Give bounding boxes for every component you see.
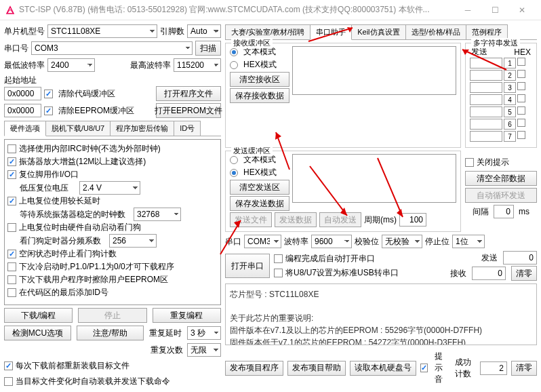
maximize-button[interactable]: ☐	[481, 1, 508, 20]
helper-port-select[interactable]: COM3	[244, 235, 281, 248]
rx-text-radio[interactable]	[230, 48, 238, 56]
auto-send-button[interactable]: 自动发送	[319, 212, 361, 227]
serial-port-select[interactable]: COM3	[31, 41, 193, 55]
repeat-program-button[interactable]: 重复编程	[153, 308, 221, 323]
repeat-delay-select[interactable]: 3 秒	[187, 326, 221, 340]
detect-mcu-button[interactable]: 检测MCU选项	[4, 326, 71, 340]
tab-hardware[interactable]: 硬件选项	[4, 121, 46, 136]
multi-send-text-4[interactable]	[470, 94, 502, 105]
download-button[interactable]: 下载/编程	[4, 308, 73, 323]
interval-input[interactable]	[494, 205, 514, 218]
helper-baud-select[interactable]: 9600	[311, 235, 352, 248]
tx-text-radio[interactable]	[230, 156, 238, 164]
tab-keil[interactable]: Keil仿真设置	[351, 24, 405, 39]
multi-send-text-1[interactable]	[470, 58, 502, 68]
tab-offline[interactable]: 脱机下载/U8/U7	[45, 121, 111, 136]
tx-save-button[interactable]: 保存发送数据	[230, 196, 289, 211]
opt-gain-checkbox[interactable]	[7, 157, 16, 166]
multi-send-btn-1[interactable]: 1	[504, 58, 516, 68]
tx-textarea[interactable]	[292, 154, 456, 203]
opt-reset-io-checkbox[interactable]	[7, 170, 16, 179]
eeprom-addr-input[interactable]	[4, 104, 41, 117]
tab-selection[interactable]: 选型/价格/样品	[405, 24, 466, 39]
send-file-button[interactable]: 发送文件	[230, 212, 272, 227]
minimize-button[interactable]: ─	[454, 1, 481, 20]
parity-select[interactable]: 无校验	[382, 235, 422, 248]
multi-send-hex-1[interactable]	[517, 58, 525, 66]
osc-clocks-select[interactable]: 32768	[134, 208, 181, 221]
pin-count-select[interactable]: Auto	[187, 24, 221, 38]
read-disk-id-button[interactable]: 读取本机硬盘号	[350, 361, 416, 376]
tx-hex-radio[interactable]	[230, 169, 238, 177]
rx-textarea[interactable]	[292, 46, 456, 95]
clear-code-checkbox[interactable]	[44, 90, 53, 98]
min-baud-select[interactable]: 2400	[47, 58, 95, 72]
multi-send-text-7[interactable]	[470, 131, 502, 142]
opt-irc-checkbox[interactable]	[7, 144, 16, 153]
reload-file-checkbox[interactable]	[4, 361, 13, 370]
opt-wdt-auto-checkbox[interactable]	[7, 223, 16, 232]
clear-all-data-button[interactable]: 清空全部数据	[465, 171, 537, 186]
hint-sound-checkbox[interactable]	[420, 364, 428, 372]
multi-send-btn-5[interactable]: 5	[504, 106, 516, 117]
rx-hex-radio[interactable]	[230, 61, 238, 69]
opt-append-id-checkbox[interactable]	[7, 288, 16, 297]
usb-convert-checkbox[interactable]	[274, 269, 283, 277]
max-baud-select[interactable]: 115200	[174, 58, 221, 72]
tab-encrypt[interactable]: 程序加密后传输	[110, 121, 174, 136]
tab-serial-helper[interactable]: 串口助手	[310, 24, 352, 40]
opt-long-delay-checkbox[interactable]	[7, 197, 16, 205]
tab-contest[interactable]: 大赛/实验室/教材/招聘	[225, 24, 310, 39]
stopbit-select[interactable]: 1位	[452, 235, 485, 248]
clear-success-button[interactable]: 清零	[511, 361, 537, 376]
auto-loop-button[interactable]: 自动循环发送	[465, 188, 537, 203]
clear-count-button[interactable]: 清零	[511, 266, 537, 281]
period-input[interactable]	[399, 213, 426, 227]
multi-send-hex-7[interactable]	[517, 131, 525, 139]
max-baud-label: 最高波特率	[130, 60, 171, 71]
tx-clear-button[interactable]: 清空发送区	[230, 180, 289, 195]
close-button[interactable]: ✕	[508, 1, 536, 20]
open-port-button[interactable]: 打开串口	[225, 254, 270, 278]
mcu-model-select[interactable]: STC11L08XE	[47, 24, 157, 38]
wdt-div-select[interactable]: 256	[109, 234, 157, 248]
multi-send-text-5[interactable]	[470, 106, 502, 117]
opt-erase-eeprom-checkbox[interactable]	[7, 275, 16, 284]
open-eeprom-file-button[interactable]: 打开EEPROM文件	[156, 103, 221, 118]
multi-send-btn-4[interactable]: 4	[504, 94, 516, 105]
opt-p10-p11-checkbox[interactable]	[7, 262, 16, 271]
open-code-file-button[interactable]: 打开程序文件	[156, 86, 221, 101]
multi-send-hex-5[interactable]	[517, 106, 525, 115]
multi-send-text-6[interactable]	[470, 119, 502, 130]
opt-idle-wdt-checkbox[interactable]	[7, 250, 16, 258]
auto-reload-checkbox[interactable]	[4, 377, 13, 386]
multi-send-hex-6[interactable]	[517, 119, 525, 127]
multi-send-hex-4[interactable]	[517, 94, 525, 102]
rx-save-button[interactable]: 保存接收数据	[230, 88, 289, 103]
repeat-count-select[interactable]: 无限	[187, 343, 221, 357]
publish-program-button[interactable]: 发布项目程序	[225, 361, 283, 376]
multi-send-btn-2[interactable]: 2	[504, 70, 516, 81]
publish-help-button[interactable]: 发布项目帮助	[287, 361, 346, 376]
auto-open-port-checkbox[interactable]	[274, 254, 283, 263]
lvr-select[interactable]: 2.4 V	[79, 181, 140, 195]
send-data-button[interactable]: 发送数据	[275, 212, 317, 227]
scan-button[interactable]: 扫描	[195, 41, 221, 56]
clear-eeprom-checkbox[interactable]	[44, 106, 53, 115]
help-button[interactable]: 注意/帮助	[77, 326, 144, 340]
multi-send-btn-7[interactable]: 7	[504, 131, 516, 142]
left-panel: 单片机型号 STC11L08XE 引脚数 Auto 串口号 COM3 扫描 最低…	[0, 20, 225, 392]
stop-button[interactable]: 停止	[78, 308, 146, 323]
multi-send-hex-3[interactable]	[517, 82, 525, 90]
code-addr-input[interactable]	[4, 87, 41, 100]
multi-send-btn-3[interactable]: 3	[504, 82, 516, 93]
multi-send-hex-2[interactable]	[517, 70, 525, 78]
success-count-field	[480, 361, 507, 375]
multi-send-text-2[interactable]	[470, 70, 502, 81]
multi-send-btn-6[interactable]: 6	[504, 119, 516, 130]
multi-send-text-3[interactable]	[470, 82, 502, 93]
rx-clear-button[interactable]: 清空接收区	[230, 72, 289, 87]
tab-id[interactable]: ID号	[174, 121, 201, 136]
close-hint-checkbox[interactable]	[465, 158, 474, 167]
tab-examples[interactable]: 范例程序	[466, 24, 508, 39]
